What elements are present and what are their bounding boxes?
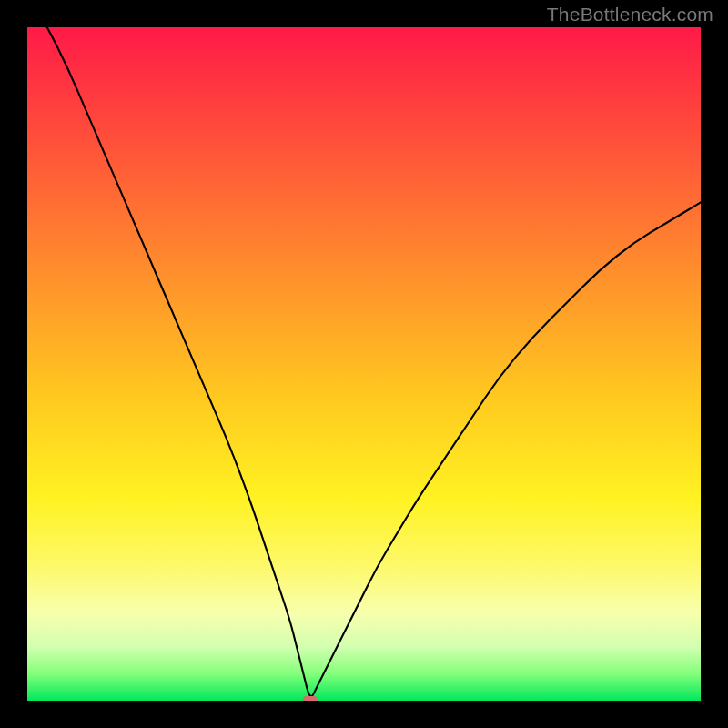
min-marker	[303, 696, 318, 701]
watermark-text: TheBottleneck.com	[547, 4, 713, 25]
plot-area	[27, 27, 701, 701]
curve-svg	[27, 27, 701, 701]
bottleneck-curve	[27, 27, 701, 696]
chart-frame: TheBottleneck.com	[0, 0, 728, 728]
